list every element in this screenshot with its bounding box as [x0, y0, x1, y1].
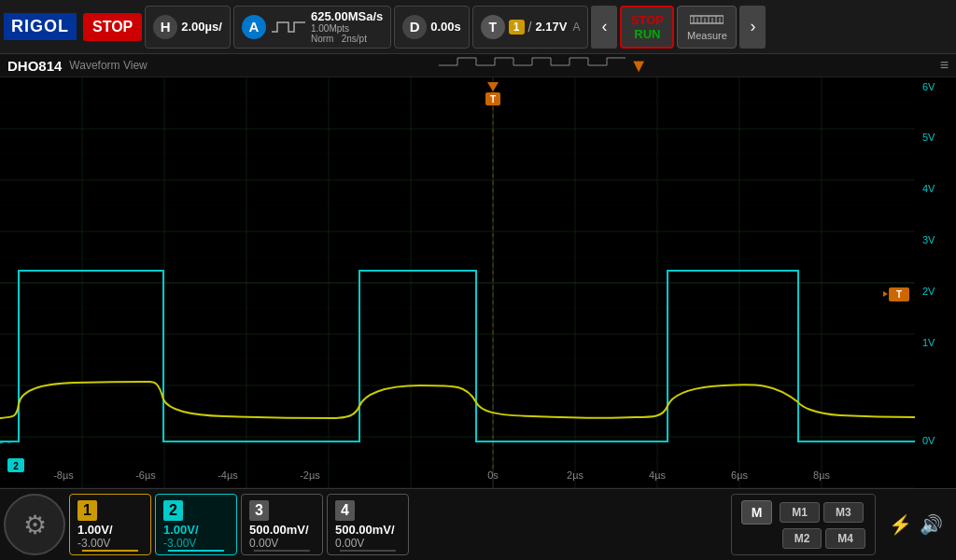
svg-text:4µs: 4µs: [649, 469, 666, 481]
m3-button[interactable]: M3: [823, 502, 864, 523]
usb-icons-area: ⚡ 🔊: [879, 513, 952, 536]
trigger-position-arrow: ▼: [629, 55, 648, 77]
channel-2-control[interactable]: 2 1.00V/ -3.00V: [155, 494, 237, 555]
trigger-channel-badge: 1: [509, 20, 525, 35]
run-label: RUN: [634, 27, 660, 41]
m-badges-row2: M2 M4: [741, 528, 865, 549]
ch4-number: 4: [335, 500, 355, 521]
stop-run-button[interactable]: STOP RUN: [620, 6, 674, 49]
waveform-view-label: Waveform View: [69, 59, 147, 72]
ch4-indicator: [340, 550, 396, 552]
audio-icon: 🔊: [920, 513, 943, 536]
toolbar: RIGOL STOP H 2.00µs/ A 625.00MSa/s 1.00M…: [0, 0, 956, 54]
svg-text:4V: 4V: [922, 183, 935, 194]
svg-text:0V: 0V: [922, 435, 935, 446]
settings-wheel[interactable]: ⚙: [4, 494, 65, 555]
svg-text:2: 2: [13, 461, 19, 471]
a-values: 625.00MSa/s 1.00Mpts Norm 2ns/pt: [311, 9, 383, 44]
ch3-indicator: [254, 550, 310, 552]
d-values: 0.00s: [430, 20, 461, 34]
acquisition-section[interactable]: A 625.00MSa/s 1.00Mpts Norm 2ns/pt: [233, 6, 391, 49]
a-label: A: [242, 15, 266, 39]
horizontal-section[interactable]: H 2.00µs/: [145, 6, 231, 49]
channel-3-control[interactable]: 3 500.00mV/ 0.00V: [241, 494, 323, 555]
ch2-indicator: [168, 550, 224, 552]
svg-text:-6µs: -6µs: [135, 469, 156, 481]
waveform-display: 6V 5V 4V 3V 2V 1V 0V -8µs -6µs -4µs -2µs…: [0, 77, 956, 488]
ch1-indicator: [82, 550, 138, 552]
stop-label: STOP: [631, 13, 664, 27]
nav-right-button[interactable]: ›: [739, 6, 766, 49]
svg-text:5V: 5V: [922, 132, 935, 143]
m-panel: M M1 M3 M2 M4: [731, 494, 876, 555]
svg-text:T: T: [490, 94, 496, 105]
m2-button[interactable]: M2: [782, 528, 822, 549]
waveform-header: DHO814 Waveform View ▼ ≡: [0, 54, 956, 77]
svg-rect-0: [690, 16, 724, 23]
measure-button[interactable]: Measure: [677, 6, 737, 49]
stop-button[interactable]: STOP: [83, 13, 142, 41]
channel-1-control[interactable]: 1 1.00V/ -3.00V: [69, 494, 151, 555]
ch1-volts: 1.00V/: [77, 523, 143, 537]
channel-controls: ⚙ 1 1.00V/ -3.00V 2 1.00V/ -3.00V 3 500.…: [0, 488, 956, 560]
nav-left-button[interactable]: ‹: [591, 6, 617, 49]
waveform-icon: [270, 13, 307, 41]
svg-text:T: T: [896, 289, 902, 300]
ch2-number: 2: [163, 500, 183, 521]
svg-text:6V: 6V: [922, 81, 935, 92]
ch4-offset: 0.00V: [335, 537, 401, 550]
ch3-volts: 500.00mV/: [249, 523, 315, 537]
svg-text:1V: 1V: [922, 337, 935, 348]
ch4-volts: 500.00mV/: [335, 523, 401, 537]
trigger-slope-icon: /: [528, 20, 532, 35]
trigger-waveform-mini: [439, 56, 626, 75]
trigger-channel-a: A: [572, 21, 580, 34]
ch3-number: 3: [249, 500, 269, 521]
svg-text:2µs: 2µs: [567, 469, 583, 481]
svg-text:2V: 2V: [922, 286, 935, 297]
hamburger-menu-icon[interactable]: ≡: [940, 57, 949, 74]
ch2-offset: -3.00V: [163, 537, 229, 550]
svg-text:8µs: 8µs: [813, 469, 830, 481]
device-title: DHO814: [7, 58, 62, 74]
t-label: T: [481, 15, 505, 39]
ch1-number: 1: [77, 500, 97, 521]
svg-text:3V: 3V: [922, 234, 935, 245]
rigol-logo: RIGOL: [4, 13, 77, 40]
svg-text:-4µs: -4µs: [218, 469, 238, 481]
ch1-offset: -3.00V: [77, 537, 143, 550]
h-label: H: [153, 15, 177, 39]
delay-section[interactable]: D 0.00s: [394, 6, 470, 49]
m4-button[interactable]: M4: [825, 528, 865, 549]
ch2-volts: 1.00V/: [163, 523, 229, 537]
trigger-section[interactable]: T 1 / 2.17V A: [472, 6, 589, 49]
h-values: 2.00µs/: [181, 20, 222, 34]
svg-text:-2µs: -2µs: [300, 469, 320, 481]
m1-button[interactable]: M1: [780, 502, 820, 523]
oscilloscope-svg: 6V 5V 4V 3V 2V 1V 0V -8µs -6µs -4µs -2µs…: [0, 77, 956, 488]
svg-text:6µs: 6µs: [731, 469, 748, 481]
m-main-label: M: [741, 500, 773, 525]
usb-icon: ⚡: [889, 513, 912, 536]
d-label: D: [402, 15, 427, 39]
measure-label: Measure: [687, 30, 727, 41]
svg-text:0s: 0s: [487, 469, 499, 481]
trigger-values: 2.17V: [535, 20, 567, 34]
channel-4-control[interactable]: 4 500.00mV/ 0.00V: [327, 494, 409, 555]
measure-icon: [690, 12, 724, 30]
svg-text:-8µs: -8µs: [53, 469, 74, 481]
m-badges-row: M1 M3: [780, 502, 863, 523]
trigger-position-area: ▼: [148, 55, 940, 77]
ch3-offset: 0.00V: [249, 537, 315, 550]
